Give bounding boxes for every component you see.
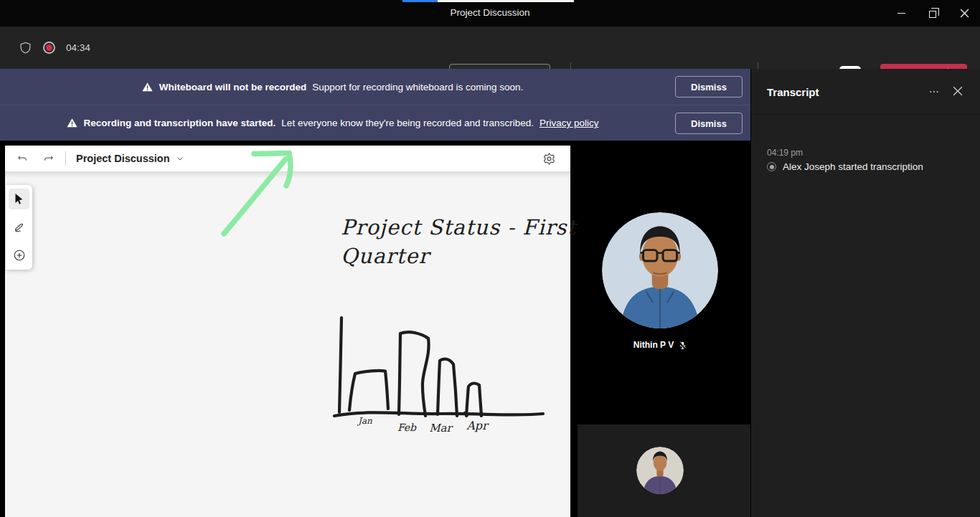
participant-name-row: Nithin P V — [570, 340, 750, 350]
whiteboard-settings-button[interactable] — [536, 148, 562, 169]
month-label-jan: Jan — [357, 416, 372, 426]
add-tool-button[interactable] — [9, 245, 29, 265]
self-avatar-image — [636, 447, 684, 494]
warning-icon — [141, 81, 154, 93]
whiteboard-canvas[interactable]: Project Discussion — [5, 146, 570, 517]
sketch-bar-chart: Jan Feb Mar Apr — [318, 307, 555, 443]
banner-message: Support for recording whiteboard is comi… — [312, 82, 523, 93]
month-label-apr: Apr — [466, 419, 489, 432]
chart-y-axis — [339, 318, 341, 412]
transcript-panel: Transcript 04:19 pm Alex Joseph started … — [750, 69, 980, 517]
board-title: Project Discussion — [76, 153, 170, 164]
banner-title: Whiteboard will not be recorded — [159, 82, 307, 93]
window-controls — [885, 0, 980, 27]
month-label-feb: Feb — [397, 422, 417, 433]
redo-icon — [42, 153, 55, 165]
minimize-button[interactable] — [885, 0, 917, 27]
minimize-icon — [897, 13, 905, 14]
transcript-entry-text: Alex Joseph started transcription — [783, 161, 923, 172]
whiteboard-recording-banner: Whiteboard will not be recorded Support … — [0, 69, 750, 105]
redo-button[interactable] — [35, 148, 61, 169]
select-tool-button[interactable] — [9, 189, 29, 209]
restore-icon — [929, 11, 936, 18]
month-label-mar: Mar — [429, 422, 453, 435]
transcript-header: Transcript — [751, 69, 980, 115]
window-title: Project Discussion — [0, 7, 980, 18]
transcript-entry-time: 04:19 pm — [767, 148, 803, 158]
meeting-toolbar: 04:34 Stop presenting — [0, 27, 980, 69]
whiteboard-toolbar-shadow — [5, 171, 570, 179]
self-view-tile[interactable] — [578, 424, 750, 517]
meeting-stage: Project Discussion — [0, 141, 750, 517]
privacy-policy-link[interactable]: Privacy policy — [540, 118, 599, 128]
participant-avatar-image — [602, 212, 718, 328]
participant-avatar — [602, 212, 718, 328]
transcript-entry: Alex Joseph started transcription — [767, 161, 923, 172]
tab-indicator-blue — [402, 0, 438, 2]
recording-indicator-icon — [42, 41, 56, 54]
close-icon — [953, 86, 963, 96]
dismiss-button[interactable]: Dismiss — [675, 113, 743, 134]
meeting-status-group: 04:34 — [19, 40, 90, 55]
whiteboard-toolbar-divider — [65, 151, 66, 166]
banner-content: Whiteboard will not be recorded Support … — [0, 69, 664, 105]
transcript-title: Transcript — [767, 86, 819, 98]
banner-content: Recording and transcription have started… — [0, 105, 664, 141]
cursor-icon — [14, 193, 24, 205]
plus-circle-icon — [13, 249, 26, 262]
more-horizontal-icon — [928, 86, 940, 98]
pen-tool-button[interactable] — [9, 217, 29, 237]
transcript-more-button[interactable] — [928, 86, 940, 100]
dismiss-button[interactable]: Dismiss — [675, 76, 743, 98]
whiteboard-tool-palette — [6, 185, 32, 270]
chart-bar-apr — [466, 384, 481, 416]
banner-message: Let everyone know they're being recorded… — [281, 118, 534, 128]
chart-bar-mar — [438, 359, 457, 416]
board-title-dropdown[interactable]: Project Discussion — [76, 153, 184, 164]
chart-bar-apr-hook — [465, 413, 467, 415]
undo-button[interactable] — [9, 148, 35, 169]
close-button[interactable] — [948, 0, 980, 27]
restore-button[interactable] — [917, 0, 948, 27]
meeting-timer: 04:34 — [66, 42, 90, 53]
participant-name: Nithin P V — [633, 340, 674, 350]
whiteboard-toolbar: Project Discussion — [5, 146, 570, 171]
chart-bar-feb — [399, 332, 429, 416]
close-icon — [960, 9, 969, 18]
chart-bar-jan — [349, 371, 388, 410]
sketch-title: Project Status - First Quarter — [341, 213, 578, 270]
gear-icon — [542, 152, 556, 166]
pen-icon — [13, 221, 26, 234]
transcription-record-icon — [767, 162, 776, 171]
shield-icon — [19, 40, 32, 55]
self-avatar — [636, 447, 684, 494]
banner-title: Recording and transcription have started… — [84, 118, 276, 128]
chevron-down-icon — [176, 154, 184, 163]
undo-icon — [17, 153, 29, 165]
participant-mic-off-icon — [678, 341, 687, 350]
window-titlebar: Project Discussion — [0, 0, 980, 27]
tab-indicator-white — [438, 0, 574, 2]
recording-started-banner: Recording and transcription have started… — [0, 105, 750, 141]
warning-icon — [66, 117, 78, 129]
transcript-close-button[interactable] — [953, 86, 963, 99]
